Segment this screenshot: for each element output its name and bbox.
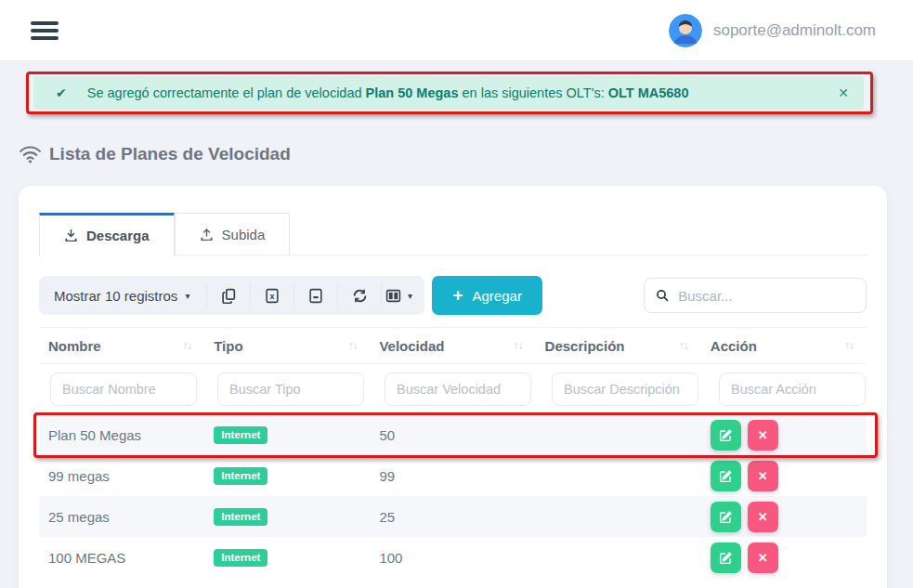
speed-plans-card: Descarga Subida Mostrar 10 registros ▾	[19, 186, 887, 588]
table-toolbar: Mostrar 10 registros ▾ x	[39, 276, 867, 315]
file-export-button[interactable]	[293, 283, 337, 307]
edit-icon	[719, 469, 733, 483]
download-icon	[64, 229, 78, 242]
edit-button[interactable]	[711, 461, 741, 491]
column-header-velocidad[interactable]: Velocidad ↑↓	[370, 338, 535, 354]
column-header-accion[interactable]: Acción ↑↓	[701, 338, 867, 354]
column-header-tipo[interactable]: Tipo ↑↓	[204, 338, 370, 354]
tab-subida[interactable]: Subida	[175, 213, 291, 255]
edit-icon	[719, 551, 733, 565]
menu-toggle-icon[interactable]	[31, 18, 59, 44]
page-title: Lista de Planes de Velocidad	[19, 144, 291, 164]
sort-icon[interactable]: ↑↓	[182, 339, 191, 352]
column-visibility-button[interactable]: ▾	[381, 283, 424, 307]
plan-speed: 25	[370, 509, 535, 525]
copy-icon	[221, 288, 237, 304]
delete-button[interactable]: ✕	[748, 420, 778, 451]
reload-button[interactable]	[337, 283, 381, 307]
add-button[interactable]: + Agregar	[432, 276, 541, 315]
chevron-down-icon: ▾	[185, 291, 189, 301]
table-row: 100 MEGAS Internet 100 ✕	[39, 537, 867, 578]
avatar	[669, 14, 702, 47]
edit-button[interactable]	[711, 542, 741, 573]
page-length-dropdown[interactable]: Mostrar 10 registros ▾	[54, 288, 206, 304]
copy-button[interactable]	[206, 283, 250, 307]
table-row: Plan 50 Megas Internet 50 ✕	[39, 414, 867, 455]
filter-nombre-input[interactable]	[50, 372, 197, 406]
type-badge: Internet	[214, 467, 267, 485]
global-search	[644, 278, 867, 313]
table-row: 25 megas Internet 25 ✕	[39, 496, 867, 537]
sort-icon[interactable]: ↑↓	[514, 339, 523, 352]
filter-accion-input[interactable]	[719, 372, 866, 406]
search-input[interactable]	[678, 288, 854, 304]
plan-name: 100 MEGAS	[39, 550, 204, 566]
top-bar: soporte@adminolt.com	[0, 0, 913, 61]
columns-icon	[385, 288, 401, 304]
delete-x-icon: ✕	[758, 510, 768, 524]
delete-button[interactable]: ✕	[748, 502, 778, 532]
delete-x-icon: ✕	[758, 469, 768, 483]
filter-descripcion-input[interactable]	[552, 372, 698, 406]
delete-x-icon: ✕	[758, 551, 768, 565]
chevron-down-icon: ▾	[408, 291, 412, 301]
upload-icon	[200, 228, 214, 242]
svg-text:x: x	[270, 292, 275, 301]
column-header-nombre[interactable]: Nombre ↑↓	[39, 338, 204, 354]
close-icon[interactable]: ✕	[838, 85, 849, 100]
refresh-icon	[352, 288, 368, 304]
plan-name: Plan 50 Megas	[39, 427, 204, 443]
tab-descarga[interactable]: Descarga	[39, 213, 175, 255]
edit-button[interactable]	[711, 420, 741, 451]
column-header-descripcion[interactable]: Descripción ↑↓	[536, 338, 701, 354]
wifi-icon	[19, 144, 42, 164]
delete-x-icon: ✕	[758, 428, 768, 442]
plus-icon: +	[452, 285, 463, 306]
success-alert: ✔ Se agregó correctamente el plan de vel…	[33, 76, 864, 110]
filter-tipo-input[interactable]	[217, 372, 364, 406]
type-badge: Internet	[214, 508, 267, 526]
excel-export-button[interactable]: x	[250, 283, 293, 307]
edit-icon	[719, 428, 733, 442]
sort-icon[interactable]: ↑↓	[347, 339, 357, 352]
delete-button[interactable]: ✕	[748, 461, 778, 491]
type-badge: Internet	[214, 549, 267, 567]
tab-bar: Descarga Subida	[39, 212, 867, 255]
plan-name: 25 megas	[39, 509, 204, 525]
alert-olt-name: OLT MA5680	[608, 85, 689, 100]
plan-name: 99 megas	[39, 468, 204, 484]
search-icon	[656, 288, 669, 303]
filter-velocidad-input[interactable]	[385, 372, 531, 406]
alert-message: Se agregó correctamente el plan de veloc…	[87, 85, 689, 100]
type-badge: Internet	[214, 426, 267, 444]
table-filter-row	[39, 364, 867, 414]
table-header-row: Nombre ↑↓ Tipo ↑↓ Velocidad ↑↓ Descripci…	[39, 327, 867, 364]
user-email: soporte@adminolt.com	[713, 21, 876, 40]
table-row: 99 megas Internet 99 ✕	[39, 455, 867, 496]
edit-icon	[719, 510, 733, 524]
plan-speed: 50	[370, 427, 535, 443]
check-icon: ✔	[56, 85, 67, 100]
plans-table: Nombre ↑↓ Tipo ↑↓ Velocidad ↑↓ Descripci…	[39, 327, 867, 578]
excel-file-icon: x	[265, 288, 280, 304]
sort-icon[interactable]: ↑↓	[844, 339, 854, 352]
sort-icon[interactable]: ↑↓	[679, 339, 688, 352]
user-menu[interactable]: soporte@adminolt.com	[669, 14, 876, 47]
edit-button[interactable]	[711, 502, 741, 532]
alert-plan-name: Plan 50 Megas	[366, 85, 459, 100]
file-icon	[308, 288, 323, 304]
plan-speed: 99	[370, 468, 535, 484]
plan-speed: 100	[370, 550, 535, 566]
delete-button[interactable]: ✕	[748, 542, 778, 573]
